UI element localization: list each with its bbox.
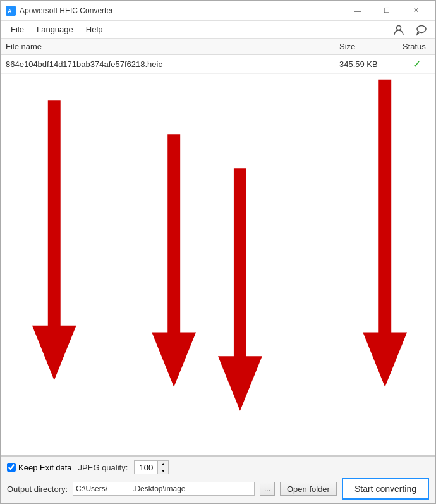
jpeg-quality-input-wrap: ▲ ▼ [134,460,169,474]
maximize-button[interactable]: ☐ [372,1,401,21]
file-list-body: 864e104bdf14d171bab374afe57f6218.heic 34… [1,55,435,455]
start-converting-button[interactable]: Start converting [342,478,429,500]
file-list-header: File name Size Status [1,39,435,55]
output-path-input[interactable] [73,482,255,496]
main-window: A Apowersoft HEIC Converter — ☐ ✕ File L… [0,0,436,504]
quality-spinners: ▲ ▼ [157,461,168,474]
file-size-cell: 345.59 KB [334,56,397,72]
title-bar: A Apowersoft HEIC Converter — ☐ ✕ [1,1,435,21]
browse-button[interactable]: ... [260,482,275,496]
keep-exif-checkbox[interactable] [7,463,16,472]
bottom-controls: Keep Exif data JPEG quality: ▲ ▼ Output … [1,456,435,503]
controls-row-output: Output directory: ... Open folder Start … [7,478,429,500]
file-status-cell: ✓ [397,55,435,73]
menu-bar-right [390,22,430,37]
window-controls: — ☐ ✕ [343,1,430,21]
app-icon: A [6,6,16,16]
user-icon-button[interactable] [390,22,408,37]
table-row: 864e104bdf14d171bab374afe57f6218.heic 34… [1,55,435,74]
svg-point-1 [397,25,401,30]
keep-exif-label[interactable]: Keep Exif data [7,463,72,472]
quality-increment-button[interactable]: ▲ [158,461,168,467]
menu-help[interactable]: Help [81,22,108,37]
window-title: Apowersoft HEIC Converter [20,6,343,15]
file-name-cell: 864e104bdf14d171bab374afe57f6218.heic [1,56,334,72]
menu-bar: File Language Help [1,21,435,39]
keep-exif-text: Keep Exif data [18,463,72,472]
open-folder-button[interactable]: Open folder [280,482,337,496]
column-header-filename: File name [1,39,334,54]
close-button[interactable]: ✕ [401,1,430,21]
output-directory-label: Output directory: [7,484,68,494]
file-list-container: File name Size Status 864e104bdf14d171ba… [1,39,435,456]
chat-icon-button[interactable] [413,22,430,37]
column-header-size: Size [334,39,397,54]
jpeg-quality-label: JPEG quality: [78,463,128,472]
controls-row-quality: Keep Exif data JPEG quality: ▲ ▼ [7,460,429,474]
status-checkmark-icon: ✓ [413,58,421,70]
svg-point-2 [417,25,426,32]
jpeg-quality-input[interactable] [135,461,157,474]
menu-file[interactable]: File [6,22,29,37]
minimize-button[interactable]: — [343,1,372,21]
svg-text:A: A [8,8,12,15]
menu-language[interactable]: Language [32,22,78,37]
quality-decrement-button[interactable]: ▼ [158,467,168,474]
column-header-status: Status [397,39,435,54]
